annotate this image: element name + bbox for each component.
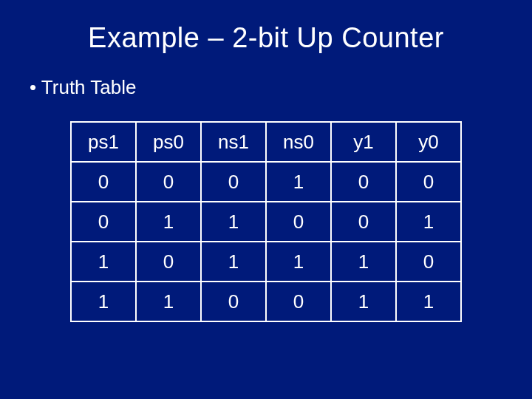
table-row: 1 0 1 1 1 0 [71,242,461,282]
cell: 0 [71,162,136,202]
cell: 1 [331,242,396,282]
cell: 0 [331,162,396,202]
cell: 1 [201,202,266,242]
col-ps0: ps0 [136,122,201,162]
col-y0: y0 [396,122,461,162]
cell: 0 [266,202,331,242]
cell: 0 [71,202,136,242]
table-header-row: ps1 ps0 ns1 ns0 y1 y0 [71,122,461,162]
cell: 0 [396,162,461,202]
cell: 0 [266,282,331,321]
bullet-truth-table: Truth Table [30,76,510,99]
col-ps1: ps1 [71,122,136,162]
cell: 1 [396,282,461,321]
table-row: 0 0 0 1 0 0 [71,162,461,202]
cell: 0 [396,242,461,282]
cell: 1 [71,282,136,321]
cell: 0 [201,282,266,321]
page-title: Example – 2-bit Up Counter [22,22,510,54]
cell: 1 [201,242,266,282]
table-row: 1 1 0 0 1 1 [71,282,461,321]
truth-table: ps1 ps0 ns1 ns0 y1 y0 0 0 0 1 0 0 0 1 1 … [70,121,462,322]
table-row: 0 1 1 0 0 1 [71,202,461,242]
cell: 1 [71,242,136,282]
col-ns0: ns0 [266,122,331,162]
cell: 1 [136,282,201,321]
cell: 0 [331,202,396,242]
cell: 1 [396,202,461,242]
cell: 1 [266,242,331,282]
col-y1: y1 [331,122,396,162]
cell: 1 [331,282,396,321]
cell: 0 [201,162,266,202]
cell: 0 [136,242,201,282]
cell: 1 [136,202,201,242]
cell: 0 [136,162,201,202]
cell: 1 [266,162,331,202]
col-ns1: ns1 [201,122,266,162]
